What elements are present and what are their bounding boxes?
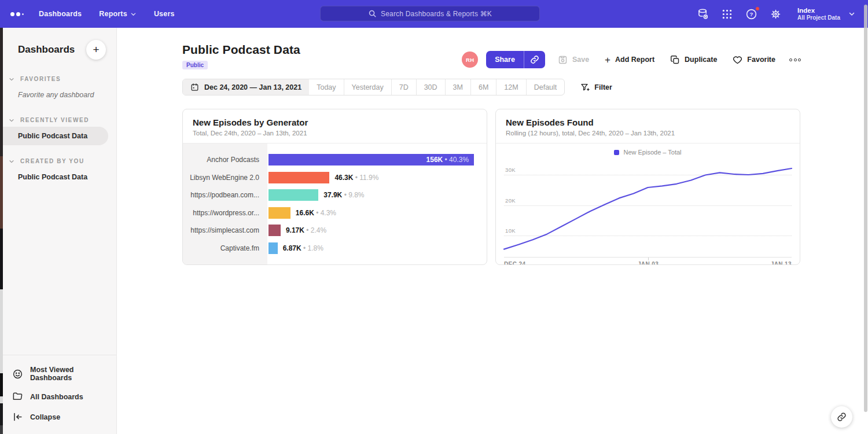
bar-segment[interactable] <box>269 172 329 183</box>
app-logo[interactable] <box>10 12 24 16</box>
more-options-button[interactable] <box>788 56 802 64</box>
bar-category-label: https://simplecast.com <box>183 226 267 234</box>
chevron-down-icon <box>848 10 855 17</box>
duplicate-button[interactable]: Duplicate <box>670 55 717 65</box>
sidebar-footer-label: Collapse <box>30 413 60 421</box>
share-link-button[interactable] <box>524 51 545 68</box>
date-range-button[interactable]: Dec 24, 2020 — Jan 13, 2021 <box>183 79 309 95</box>
scrollbar[interactable] <box>863 0 868 434</box>
bar-segment[interactable] <box>269 189 318 201</box>
search-icon <box>368 9 377 18</box>
x-axis-tick <box>648 258 649 260</box>
bar-row: https://podbean.com...37.9K • 9.8% <box>183 186 487 204</box>
heart-icon <box>733 55 742 65</box>
collapse-icon <box>12 411 23 422</box>
sidebar-section-header[interactable]: FAVORITES <box>3 72 116 86</box>
bar-value-label: 46.3K • 11.9% <box>334 174 378 182</box>
date-controls: Dec 24, 2020 — Jan 13, 2021 TodayYesterd… <box>182 79 612 95</box>
sidebar-footer-all-dashboards[interactable]: All Dashboards <box>3 387 116 407</box>
sidebar-footer-collapse[interactable]: Collapse <box>3 407 116 427</box>
sidebar-section-label: RECENTLY VIEWED <box>20 117 89 123</box>
nav-item-users[interactable]: Users <box>154 10 175 18</box>
sidebar-footer-label: All Dashboards <box>30 393 83 401</box>
sidebar-section: CREATED BY YOUPublic Podcast Data <box>3 155 116 186</box>
bar-area: 46.3K • 11.9% <box>267 172 487 183</box>
sidebar-footer: Most Viewed DashboardsAll DashboardsColl… <box>3 355 116 434</box>
sidebar-section: FAVORITESFavorite any dashboard <box>3 72 116 104</box>
bar-row: https://simplecast.com9.17K • 2.4% <box>183 222 487 240</box>
nav-item-label: Dashboards <box>39 10 82 18</box>
project-subtitle: All Project Data <box>797 14 840 22</box>
nav-item-reports[interactable]: Reports <box>99 10 137 18</box>
sidebar-section-label: FAVORITES <box>20 76 61 82</box>
date-preset-default[interactable]: Default <box>526 79 565 95</box>
bar-area: 37.9K • 9.8% <box>267 189 487 201</box>
date-preset-yesterday[interactable]: Yesterday <box>344 79 391 95</box>
search-placeholder: Search Dashboards & Reports ⌘K <box>381 10 492 18</box>
line-series <box>504 160 792 257</box>
card-subtitle: Rolling (12 hours), total, Dec 24th, 202… <box>506 130 790 137</box>
settings-gear-icon[interactable] <box>770 8 782 20</box>
save-button[interactable]: Save <box>558 55 589 65</box>
apps-grid-icon[interactable] <box>721 8 733 20</box>
bar-value-label: 156K • 40.3% <box>426 156 475 164</box>
add-dashboard-button[interactable]: + <box>86 40 106 60</box>
sidebar-section-header[interactable]: CREATED BY YOU <box>3 155 116 168</box>
share-split-button: Share <box>486 51 545 68</box>
bar-row: Libsyn WebEngine 2.046.3K • 11.9% <box>183 169 487 187</box>
nav-item-label: Reports <box>99 10 127 18</box>
date-preset-6m[interactable]: 6M <box>470 79 496 95</box>
smiley-icon <box>12 369 23 380</box>
copy-link-floating-button[interactable] <box>831 406 852 428</box>
project-name: Index <box>797 6 840 14</box>
x-axis: DEC 24JAN 03JAN 13 <box>504 257 792 265</box>
date-preset-30d[interactable]: 30D <box>416 79 445 95</box>
share-button[interactable]: Share <box>486 51 524 68</box>
bar-value-label: 9.17K • 2.4% <box>286 226 326 234</box>
sidebar-hint-text: Favorite any dashboard <box>3 86 116 104</box>
nav-item-dashboards[interactable]: Dashboards <box>39 10 82 18</box>
help-icon[interactable]: ? <box>745 8 757 20</box>
top-navigation-bar: DashboardsReportsUsers Search Dashboards… <box>0 0 868 28</box>
bar-row: Anchor Podcasts156K • 40.3% <box>183 151 487 169</box>
sidebar-section-header[interactable]: RECENTLY VIEWED <box>3 113 116 127</box>
search-input[interactable]: Search Dashboards & Reports ⌘K <box>320 6 540 21</box>
bar-area: 6.87K • 1.8% <box>267 242 487 254</box>
bar-category-label: Anchor Podcasts <box>183 156 267 164</box>
add-report-button[interactable]: + Add Report <box>605 55 654 65</box>
avatar[interactable]: RH <box>462 52 478 68</box>
sidebar-footer-label: Most Viewed Dashboards <box>30 366 106 382</box>
topbar-right-cluster: ? Index All Project Data <box>697 0 855 28</box>
card-title: New Episodes by Generator <box>193 117 477 127</box>
date-preset-today[interactable]: Today <box>309 79 343 95</box>
bar-segment[interactable]: 156K • 40.3% <box>269 154 474 165</box>
date-preset-12m[interactable]: 12M <box>496 79 525 95</box>
line-series-path <box>504 168 792 249</box>
bar-segment[interactable] <box>269 242 278 254</box>
bar-row: Captivate.fm6.87K • 1.8% <box>183 240 487 258</box>
data-sources-icon[interactable] <box>697 8 709 20</box>
header-actions: RH Share Save + Add Report Duplicate Fav… <box>462 51 802 68</box>
bar-segment[interactable] <box>269 225 281 236</box>
chevron-down-icon <box>9 117 14 123</box>
project-switcher[interactable]: Index All Project Data <box>797 6 855 22</box>
scrollbar-thumb[interactable] <box>864 5 867 412</box>
x-tick-label: JAN 13 <box>771 261 792 265</box>
favorite-button[interactable]: Favorite <box>733 55 775 65</box>
sidebar-section: RECENTLY VIEWEDPublic Podcast Data <box>3 113 116 145</box>
folder-icon <box>12 391 23 402</box>
sidebar-footer-most-viewed-dashboards[interactable]: Most Viewed Dashboards <box>3 361 116 387</box>
link-icon <box>530 55 539 64</box>
sidebar-item-public-podcast-data[interactable]: Public Podcast Data <box>3 127 108 145</box>
filter-button[interactable]: Filter <box>580 83 612 92</box>
bar-value-label: 16.6K • 4.3% <box>296 209 336 217</box>
bar-value-label: 6.87K • 1.8% <box>283 244 323 252</box>
date-preset-3m[interactable]: 3M <box>445 79 470 95</box>
date-preset-7d[interactable]: 7D <box>391 79 416 95</box>
legend-swatch <box>614 150 619 155</box>
sidebar-item-public-podcast-data[interactable]: Public Podcast Data <box>3 168 116 186</box>
bar-segment[interactable] <box>269 207 290 219</box>
chart-legend: New Episode – Total <box>504 144 792 160</box>
filter-funnel-icon <box>580 83 590 92</box>
line-chart-plot-area[interactable]: 30K20K10K <box>504 160 792 257</box>
